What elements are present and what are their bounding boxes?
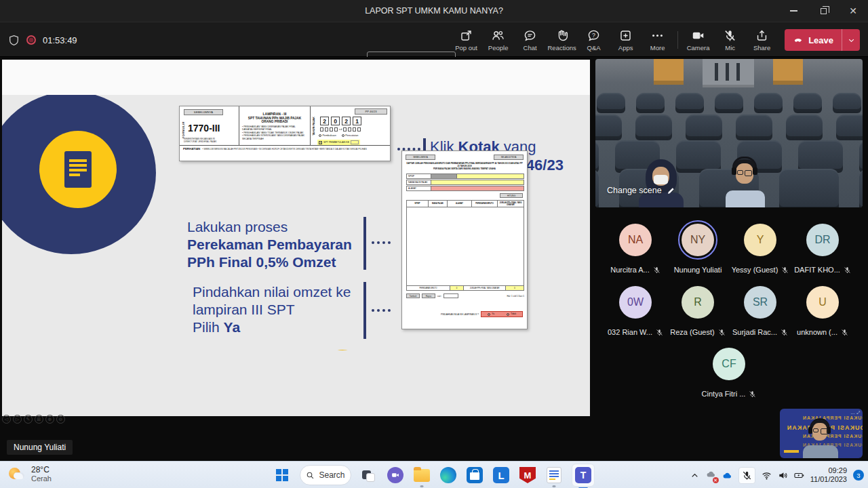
participant-tile[interactable]: 0W 032 Rian W... — [604, 286, 667, 336]
leave-button[interactable]: Leave — [785, 35, 842, 45]
avatar: U — [806, 286, 839, 319]
change-scene-button[interactable]: Change scene — [607, 186, 675, 195]
app-l-button[interactable]: L — [492, 466, 510, 484]
shield-icon[interactable] — [8, 35, 20, 46]
mic-off-icon — [781, 329, 788, 336]
teams-app-button[interactable]: T — [572, 464, 595, 487]
mic-in-use-indicator[interactable] — [738, 467, 755, 484]
participant-video-person — [637, 159, 686, 207]
restore-icon — [821, 8, 827, 14]
participant-tile[interactable]: NY Nunung Yuliati — [667, 224, 729, 274]
accent-bar — [363, 282, 366, 339]
edge-icon — [440, 467, 456, 483]
participant-name: Nurcitra A... — [610, 266, 649, 274]
onedrive-icon[interactable] — [722, 470, 732, 481]
store-icon — [467, 467, 483, 483]
close-icon: ✕ — [849, 6, 857, 16]
more-dots-icon — [651, 29, 664, 42]
participant-tile[interactable]: NA Nurcitra A... — [604, 224, 667, 274]
notes-icon — [547, 467, 561, 483]
teams-icon: T — [575, 467, 591, 483]
reactions-button[interactable]: Reactions — [546, 22, 578, 58]
meeting-toolbar: 01:53:49 Request control Pop out People … — [0, 22, 868, 57]
sync-error-cloud-icon[interactable]: ✕ — [706, 469, 716, 482]
apps-plus-icon — [619, 29, 632, 42]
mic-off-icon — [749, 390, 756, 398]
participant-tile[interactable]: U unknown (... — [791, 286, 854, 336]
screen: LAPOR SPT UMKM KAMU NANYA? ✕ 01:53:49 Re… — [0, 0, 868, 488]
leave-options-button[interactable] — [842, 29, 860, 51]
avatar: DR — [806, 224, 839, 256]
qa-button[interactable]: Q&A — [578, 22, 610, 58]
notification-count-badge[interactable]: 3 — [853, 470, 864, 481]
minimize-button[interactable] — [778, 0, 808, 22]
avatar: Y — [744, 224, 776, 256]
meeting-stage: SEBELUMNYA FORMULIR 1770-III KEMENTERIAN… — [0, 57, 868, 461]
popout-button[interactable]: Pop out — [450, 22, 482, 58]
camera-button[interactable]: Camera — [682, 22, 714, 58]
weather-widget[interactable]: 28°C Cerah — [4, 464, 56, 485]
annotate-icon[interactable]: ✎ — [24, 415, 33, 424]
active-document-step-icon — [316, 350, 369, 350]
share-icon — [755, 29, 768, 42]
edge-browser-button[interactable] — [439, 466, 457, 484]
minimize-icon — [790, 10, 797, 12]
mic-button[interactable]: Mic — [714, 22, 746, 58]
video-chat-icon — [387, 467, 403, 483]
wifi-icon[interactable] — [762, 470, 772, 481]
mic-muted-icon — [724, 29, 736, 42]
more-controls-icon[interactable]: ⊖ — [56, 415, 65, 424]
start-button[interactable] — [273, 466, 291, 484]
chevron-down-icon — [847, 36, 856, 45]
mic-off-icon — [781, 266, 789, 274]
participant-name: unknown (... — [797, 328, 837, 336]
participant-tile[interactable]: DR DAFIT KHO... — [791, 224, 854, 274]
participant-name: Reza (Guest) — [670, 328, 714, 336]
chat-button[interactable]: Chat — [514, 22, 546, 58]
callout-perekaman: Lakukan proses Perekaman Pembayaran PPh … — [187, 218, 352, 271]
participant-name: Nunung Yuliati — [674, 266, 722, 274]
apps-button[interactable]: Apps — [610, 22, 642, 58]
shared-screen: SEBELUMNYA FORMULIR 1770-III KEMENTERIAN… — [2, 60, 590, 416]
pencil-icon — [667, 186, 675, 195]
prev-slide-icon[interactable]: ◁ — [2, 415, 11, 424]
share-button[interactable]: Share — [746, 22, 778, 58]
spotlight-video-tile[interactable]: Change scene — [595, 59, 863, 207]
grid-icon[interactable]: ⊞ — [35, 415, 43, 424]
volume-icon[interactable] — [778, 470, 788, 481]
people-icon — [492, 29, 505, 42]
hidden-icons-chevron[interactable] — [690, 470, 700, 481]
pip-options-icons[interactable]: ⋯⤢ — [850, 411, 860, 415]
restore-button[interactable] — [808, 0, 838, 22]
battery-charging-icon[interactable] — [794, 470, 804, 481]
participant-name: Surjadi Rac... — [732, 328, 777, 336]
zoom-icon[interactable]: ⊕ — [45, 415, 54, 424]
form-prev-button: SEBELUMNYA — [184, 109, 223, 115]
chat-app-button[interactable] — [387, 466, 404, 484]
participant-video-person — [716, 155, 773, 207]
participant-tile[interactable]: SR Surjadi Rac... — [729, 286, 791, 336]
close-button[interactable]: ✕ — [838, 0, 868, 22]
question-bubble-icon — [587, 29, 600, 42]
avatar: R — [682, 286, 714, 319]
slide: SEBELUMNYA FORMULIR 1770-III KEMENTERIAN… — [2, 95, 590, 350]
clock[interactable]: 09:29 11/01/2023 — [810, 466, 847, 484]
more-button[interactable]: More — [642, 22, 673, 58]
participant-tile[interactable]: R Reza (Guest) — [667, 286, 729, 336]
file-explorer-button[interactable] — [413, 466, 431, 484]
taskbar-search[interactable]: Search — [300, 465, 351, 485]
task-view-icon — [362, 469, 376, 481]
participant-tile[interactable]: Y Yessy (Guest) — [729, 224, 791, 274]
self-video-person — [800, 418, 842, 458]
recording-indicator-icon — [26, 35, 36, 45]
notes-app-button[interactable] — [545, 466, 563, 484]
mcafee-button[interactable]: M — [519, 466, 536, 484]
task-view-button[interactable] — [360, 466, 378, 484]
microsoft-store-button[interactable] — [466, 466, 484, 484]
next-slide-icon[interactable]: ▷ — [13, 415, 22, 424]
participant-tile[interactable]: CF Cintya Fitri ... — [698, 348, 760, 398]
self-view-video[interactable]: EDUKASI PERPAJAKAN EDUKASI PERPAJAKAN ED… — [780, 409, 863, 458]
participant-name: DAFIT KHO... — [794, 266, 840, 274]
mic-off-icon — [718, 329, 726, 336]
people-button[interactable]: People — [482, 22, 514, 58]
